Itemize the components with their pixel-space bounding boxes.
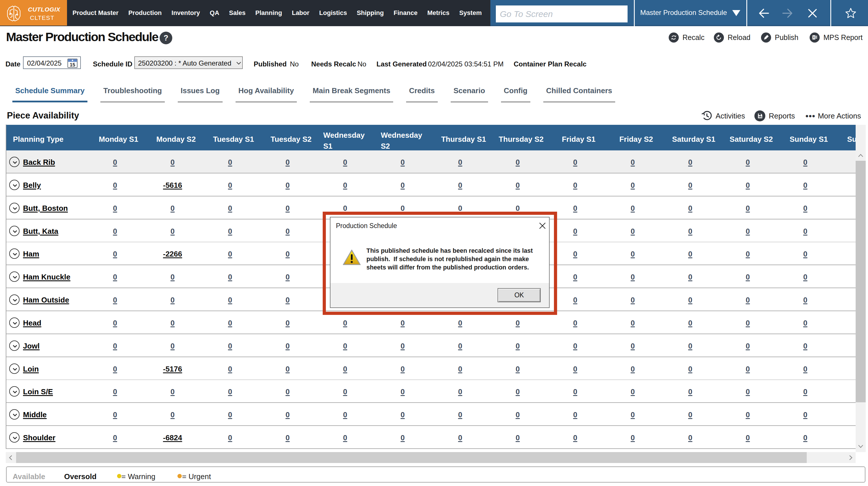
svg-text:15: 15 bbox=[70, 62, 75, 68]
svg-text:X: X bbox=[813, 36, 815, 39]
